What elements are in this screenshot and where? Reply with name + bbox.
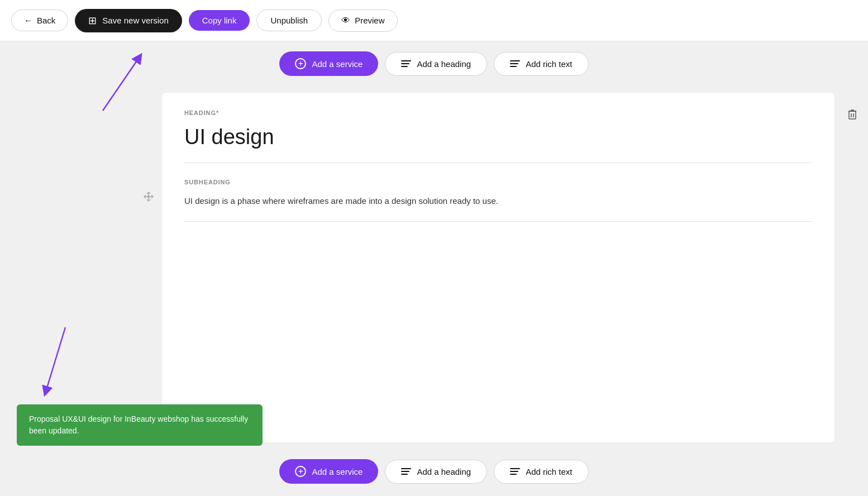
divider-1 [184, 163, 812, 163]
add-heading-button-bottom[interactable]: Add a heading [385, 460, 487, 484]
add-service-label-top: Add a service [312, 59, 363, 69]
preview-label: Preview [355, 16, 384, 25]
bottom-toolbar: + Add a service Add a heading Add rich t… [0, 449, 868, 494]
save-label: Save new version [102, 16, 168, 25]
save-icon: ⊞ [88, 15, 97, 27]
lines-icon-rich-text-bottom [510, 468, 520, 475]
add-rich-text-label-bottom: Add rich text [526, 467, 572, 476]
main-content-area: HEADING* UI design SUBHEADING UI design … [0, 86, 868, 449]
back-label: Back [37, 16, 55, 25]
svg-rect-4 [849, 111, 856, 119]
add-service-label-bottom: Add a service [312, 467, 363, 476]
lines-icon-heading-top [401, 60, 411, 67]
back-button[interactable]: ← Back [11, 9, 68, 31]
toast-message: Proposal UX&UI design for InBeauty websh… [29, 414, 248, 435]
heading-value: UI design [184, 125, 812, 149]
add-rich-text-button-bottom[interactable]: Add rich text [494, 460, 588, 484]
add-rich-text-label-top: Add rich text [526, 59, 572, 69]
save-button[interactable]: ⊞ Save new version [75, 9, 182, 32]
add-heading-label-top: Add a heading [417, 59, 471, 69]
add-rich-text-button-top[interactable]: Add rich text [494, 52, 588, 76]
copy-link-label: Copy link [202, 16, 237, 25]
add-heading-button-top[interactable]: Add a heading [385, 52, 487, 76]
drag-handle[interactable] [139, 187, 159, 207]
plus-circle-icon-bottom: + [295, 466, 306, 477]
divider-2 [184, 221, 812, 222]
success-toast: Proposal UX&UI design for InBeauty websh… [17, 404, 263, 446]
plus-circle-icon-top: + [295, 58, 306, 69]
add-service-button-bottom[interactable]: + Add a service [279, 459, 378, 484]
unpublish-button[interactable]: Unpublish [256, 9, 322, 31]
copy-link-button[interactable]: Copy link [189, 10, 250, 31]
top-bar: ← Back ⊞ Save new version Copy link Unpu… [0, 0, 868, 41]
back-arrow-icon: ← [24, 16, 32, 25]
eye-icon: 👁 [341, 16, 350, 26]
add-service-button-top[interactable]: + Add a service [279, 51, 378, 76]
content-panel: HEADING* UI design SUBHEADING UI design … [162, 93, 834, 442]
left-sidebar [0, 86, 162, 449]
top-toolbar: + Add a service Add a heading Add rich t… [0, 41, 868, 86]
subheading-value: UI design is a phase where wireframes ar… [184, 194, 812, 208]
heading-field-label: HEADING* [184, 109, 812, 116]
lines-icon-heading-bottom [401, 468, 411, 475]
unpublish-label: Unpublish [270, 16, 308, 25]
subheading-field-label: SUBHEADING [184, 179, 812, 185]
preview-button[interactable]: 👁 Preview [328, 9, 397, 32]
lines-icon-rich-text-top [510, 60, 520, 67]
add-heading-label-bottom: Add a heading [417, 467, 471, 476]
delete-button[interactable] [842, 104, 862, 124]
